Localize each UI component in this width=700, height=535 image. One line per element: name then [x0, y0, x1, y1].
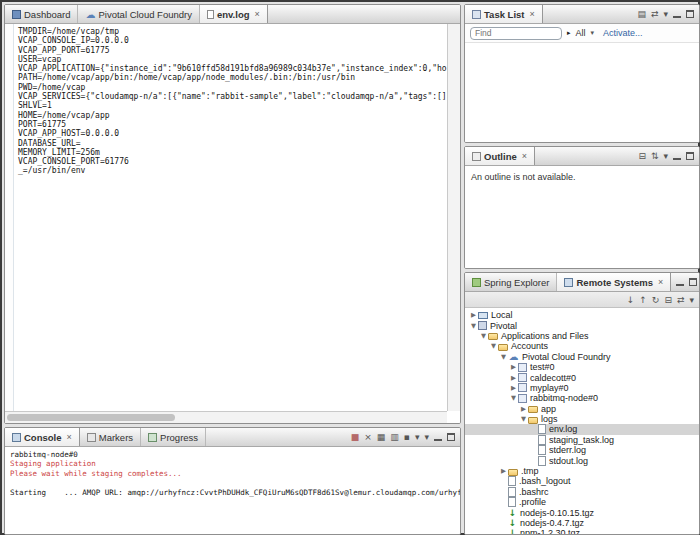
view-menu-icon[interactable]: ▾	[663, 151, 668, 161]
scroll-lock-icon[interactable]: ▥	[390, 432, 399, 442]
console-output[interactable]: rabbitmq-node#0Staging applicationPlease…	[5, 447, 460, 534]
console-dropdown-icon[interactable]: ▾	[415, 432, 420, 442]
tree-item[interactable]: ▶app	[465, 404, 699, 414]
link-with-editor-icon[interactable]: ⇄	[677, 295, 685, 305]
minimize-icon[interactable]	[673, 10, 681, 18]
editor-line: VCAP_CONSOLE_IP=0.0.0.0	[18, 36, 447, 45]
tree-item[interactable]: ▼Accounts	[465, 341, 699, 351]
editor-vertical-scrollbar[interactable]	[447, 24, 460, 411]
link-with-editor-icon[interactable]: ⇄	[651, 9, 659, 19]
tree-item[interactable]: ▼Pivotal	[465, 320, 699, 330]
up-icon[interactable]: ↑	[639, 295, 647, 305]
chevron-collapsed-icon[interactable]: ▶	[509, 383, 518, 393]
close-icon[interactable]: ×	[66, 432, 71, 442]
chevron-collapsed-icon[interactable]: ▶	[509, 362, 518, 372]
tree-item[interactable]: .bashrc	[465, 487, 699, 497]
editor-line: TMPDIR=/home/vcap/tmp	[18, 27, 447, 36]
scope-all-label[interactable]: All	[576, 28, 586, 38]
view-menu-icon[interactable]: ▾	[663, 9, 668, 19]
chevron-collapsed-icon[interactable]: ▶	[469, 310, 478, 320]
chevron-down-icon[interactable]: ▾	[591, 29, 595, 37]
close-icon[interactable]: ×	[522, 151, 527, 161]
tree-item[interactable]: ▶caldecott#0	[465, 372, 699, 382]
chevron-expanded-icon[interactable]: ▼	[469, 321, 478, 331]
minimize-icon[interactable]	[676, 278, 684, 286]
editor-line: DATABASE_URL=	[18, 139, 447, 148]
tab-pivotal-cloud-foundry[interactable]: Pivotal Cloud Foundry	[78, 5, 199, 23]
scope-arrow-icon[interactable]: ▸	[567, 29, 571, 37]
close-icon[interactable]: ×	[255, 9, 260, 19]
find-input[interactable]	[470, 27, 562, 40]
tree-item[interactable]: .profile	[465, 497, 699, 507]
tree-item[interactable]: .bash_logout	[465, 476, 699, 486]
tab-progress[interactable]: Progress	[141, 428, 206, 446]
tab-markers[interactable]: Markers	[80, 428, 141, 446]
clear-console-icon[interactable]: ▦	[377, 432, 386, 442]
tab-console[interactable]: Console ×	[5, 428, 80, 446]
tree-item[interactable]: ▶myplay#0	[465, 383, 699, 393]
maximize-icon[interactable]	[686, 152, 694, 160]
chevron-expanded-icon[interactable]: ▼	[479, 331, 488, 341]
editor-text-area[interactable]: TMPDIR=/home/vcap/tmpVCAP_CONSOLE_IP=0.0…	[15, 24, 447, 411]
minimize-icon[interactable]	[434, 433, 442, 441]
chevron-collapsed-icon[interactable]: ▶	[509, 373, 518, 383]
maximize-icon[interactable]	[447, 433, 455, 441]
tree-item[interactable]: env.log	[465, 424, 699, 434]
tab-dashboard[interactable]: Dashboard	[5, 5, 78, 23]
tabbar-spacer	[535, 147, 633, 165]
editor-line: VCAP_APP_PORT=61775	[18, 46, 447, 55]
view-menu-icon[interactable]: ▾	[424, 432, 429, 442]
tab-spring-explorer[interactable]: Spring Explorer	[465, 273, 557, 291]
maximize-icon[interactable]	[686, 10, 694, 18]
terminate-icon[interactable]: ■	[351, 432, 360, 442]
tree-item[interactable]: ↓npm-1.2.30.tgz	[465, 528, 699, 534]
chevron-expanded-icon[interactable]: ▼	[519, 414, 528, 424]
tree-item-label: .profile	[517, 497, 546, 507]
minimize-icon[interactable]	[673, 152, 681, 160]
tree-item[interactable]: ▼☁Pivotal Cloud Foundry	[465, 352, 699, 362]
sort-icon[interactable]: ⇅	[651, 151, 659, 161]
outline-icon	[472, 152, 481, 161]
tree-item[interactable]: stderr.log	[465, 445, 699, 455]
maximize-icon[interactable]	[689, 278, 697, 286]
view-menu-icon[interactable]: ▾	[689, 295, 694, 305]
chevron-collapsed-icon[interactable]: ▶	[519, 404, 528, 414]
file-icon	[538, 435, 546, 445]
activate-link[interactable]: Activate...	[603, 28, 643, 38]
tab-label: Progress	[160, 432, 198, 443]
tree-item[interactable]: ▼rabbitmq-node#0	[465, 393, 699, 403]
tree-item[interactable]: ▼logs	[465, 414, 699, 424]
tree-item[interactable]: ↓nodejs-0.10.15.tgz	[465, 507, 699, 517]
tree-item[interactable]: staging_task.log	[465, 435, 699, 445]
chevron-expanded-icon[interactable]: ▼	[489, 341, 498, 351]
tab-label: Console	[24, 432, 61, 443]
tree-item[interactable]: ▶.tmp	[465, 466, 699, 476]
app-icon	[518, 394, 527, 403]
close-console-icon[interactable]: ×	[364, 432, 372, 442]
chevron-expanded-icon[interactable]: ▼	[499, 352, 508, 362]
close-icon[interactable]: ×	[658, 277, 663, 287]
tab-outline[interactable]: Outline ×	[465, 147, 535, 165]
tab-remote-systems[interactable]: Remote Systems ×	[557, 273, 671, 291]
down-icon[interactable]: ↓	[627, 295, 635, 305]
console-view: Console × Markers Progress ■×▦▥▪▾▾ rabbi…	[4, 427, 461, 535]
pin-console-icon[interactable]: ▪	[404, 432, 410, 442]
refresh-icon[interactable]: ↻	[652, 295, 660, 305]
new-task-icon[interactable]: ▤	[637, 9, 646, 19]
editor-horizontal-scrollbar[interactable]	[5, 411, 447, 423]
console-line: Please wait while staging completes...	[10, 469, 460, 478]
tree-item-label: staging_task.log	[547, 435, 614, 445]
tree-item[interactable]: ↓nodejs-0.4.7.tgz	[465, 518, 699, 528]
chevron-collapsed-icon[interactable]: ▶	[499, 466, 508, 476]
tree-item[interactable]: ▶test#0	[465, 362, 699, 372]
close-icon[interactable]: ×	[529, 9, 534, 19]
collapse-all-icon[interactable]: ⊟	[638, 151, 646, 161]
tab-task-list[interactable]: Task List ×	[465, 5, 543, 23]
chevron-expanded-icon[interactable]: ▼	[509, 393, 518, 403]
tree-item[interactable]: stdout.log	[465, 455, 699, 465]
tree-item[interactable]: ▶Local	[465, 310, 699, 320]
tab-env-log[interactable]: env.log ×	[200, 5, 268, 23]
tree-item[interactable]: ▼Applications and Files	[465, 331, 699, 341]
scrollbar-thumb[interactable]	[7, 414, 175, 421]
collapse-all-icon[interactable]: ⊟	[664, 295, 672, 305]
